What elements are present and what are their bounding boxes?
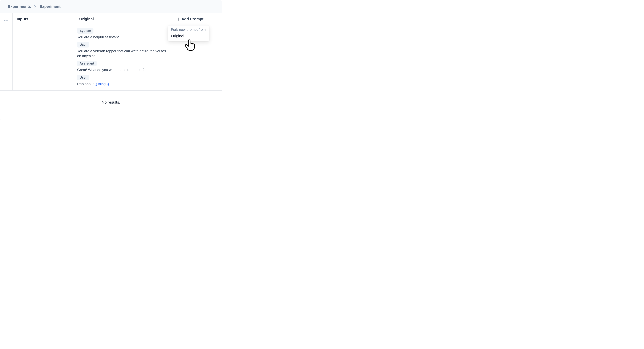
breadcrumb-current: Experiment	[40, 4, 60, 9]
add-row-button[interactable]: Add row	[0, 114, 222, 120]
inputs-cell[interactable]	[12, 25, 74, 90]
role-badge-user: User	[77, 75, 89, 80]
add-prompt-label: Add Prompt	[182, 17, 204, 21]
dropdown-item-original[interactable]: Original	[171, 34, 206, 38]
svg-point-0	[4, 18, 5, 18]
list-icon	[4, 17, 8, 21]
role-badge-system: System	[77, 28, 94, 33]
column-header-original: Original	[74, 13, 172, 25]
add-prompt-cell: Fork new prompt from Original	[172, 25, 222, 90]
dropdown-title: Fork new prompt from	[171, 27, 206, 32]
template-variable: {{ thing }}	[94, 82, 109, 86]
message-block: Assistant Great! What do you want me to …	[77, 60, 169, 72]
svg-rect-5	[6, 20, 8, 20]
column-header-inputs: Inputs	[12, 13, 74, 25]
role-badge-user: User	[77, 42, 89, 47]
message-block: System You are a helpful assistant.	[77, 27, 169, 39]
svg-point-2	[4, 19, 5, 19]
plus-icon	[177, 17, 180, 21]
message-block: User You are a veteran rapper that can w…	[77, 41, 169, 58]
svg-point-4	[4, 20, 5, 20]
message-text-prefix: Rap about	[77, 82, 94, 86]
row-handle-cell	[0, 25, 12, 90]
message-text: Rap about {{ thing }}	[77, 81, 169, 86]
message-text: You are a helpful assistant.	[77, 35, 169, 39]
role-badge-assistant: Assistant	[77, 61, 96, 66]
add-row-label: Add row	[8, 120, 25, 120]
experiment-panel: Experiments Experiment Inputs Original	[0, 0, 222, 120]
empty-state: No results.	[0, 91, 222, 114]
table-row: System You are a helpful assistant. User…	[0, 25, 222, 91]
fork-prompt-dropdown: Fork new prompt from Original	[168, 25, 209, 41]
message-text: Great! What do you want me to rap about?	[77, 67, 169, 72]
add-prompt-button[interactable]: Add Prompt	[172, 13, 222, 25]
breadcrumb-bar: Experiments Experiment	[0, 0, 222, 13]
message-block: User Rap about {{ thing }}	[77, 74, 169, 86]
row-list-button[interactable]	[0, 13, 12, 25]
table-header-row: Inputs Original Add Prompt	[0, 13, 222, 25]
chevron-right-icon	[34, 5, 36, 8]
svg-rect-1	[6, 18, 8, 18]
breadcrumb-link-experiments[interactable]: Experiments	[8, 4, 31, 9]
original-cell[interactable]: System You are a helpful assistant. User…	[74, 25, 172, 90]
svg-rect-3	[6, 19, 8, 19]
message-text: You are a veteran rapper that can write …	[77, 49, 169, 58]
